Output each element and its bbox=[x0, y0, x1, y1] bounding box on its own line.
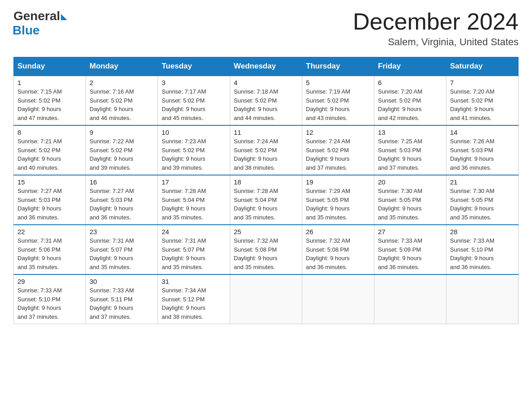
day-info: Sunrise: 7:24 AM Sunset: 5:02 PM Dayligh… bbox=[306, 137, 370, 172]
day-info: Sunrise: 7:28 AM Sunset: 5:04 PM Dayligh… bbox=[234, 187, 298, 222]
day-number: 8 bbox=[17, 128, 82, 136]
calendar-cell: 11 Sunrise: 7:24 AM Sunset: 5:02 PM Dayl… bbox=[230, 125, 302, 175]
calendar-cell: 3 Sunrise: 7:17 AM Sunset: 5:02 PM Dayli… bbox=[158, 76, 230, 125]
day-info: Sunrise: 7:21 AM Sunset: 5:02 PM Dayligh… bbox=[17, 137, 82, 172]
calendar-cell: 19 Sunrise: 7:29 AM Sunset: 5:05 PM Dayl… bbox=[302, 175, 374, 225]
day-number: 28 bbox=[450, 228, 515, 235]
calendar-cell: 2 Sunrise: 7:16 AM Sunset: 5:02 PM Dayli… bbox=[86, 76, 158, 125]
calendar-cell: 31 Sunrise: 7:34 AM Sunset: 5:12 PM Dayl… bbox=[158, 274, 230, 324]
day-number: 25 bbox=[234, 228, 298, 235]
day-number: 10 bbox=[162, 128, 226, 136]
day-number: 3 bbox=[162, 79, 226, 86]
logo-top: General bbox=[13, 9, 67, 23]
day-info: Sunrise: 7:24 AM Sunset: 5:02 PM Dayligh… bbox=[234, 137, 298, 172]
logo-blue-text: Blue bbox=[13, 23, 40, 38]
day-info: Sunrise: 7:31 AM Sunset: 5:06 PM Dayligh… bbox=[17, 236, 82, 271]
day-info: Sunrise: 7:20 AM Sunset: 5:02 PM Dayligh… bbox=[378, 87, 442, 122]
header-saturday: Saturday bbox=[446, 57, 519, 76]
calendar-cell: 12 Sunrise: 7:24 AM Sunset: 5:02 PM Dayl… bbox=[302, 125, 374, 175]
day-number: 19 bbox=[306, 178, 370, 186]
calendar-cell: 17 Sunrise: 7:28 AM Sunset: 5:04 PM Dayl… bbox=[158, 175, 230, 225]
day-number: 31 bbox=[162, 278, 226, 285]
day-number: 16 bbox=[90, 178, 154, 186]
day-number: 2 bbox=[90, 79, 154, 86]
header-monday: Monday bbox=[86, 57, 158, 76]
header-friday: Friday bbox=[374, 57, 446, 76]
day-number: 29 bbox=[17, 278, 82, 285]
day-number: 4 bbox=[234, 79, 298, 86]
day-number: 30 bbox=[90, 278, 154, 285]
logo-general-text: General bbox=[13, 9, 60, 23]
day-number: 11 bbox=[234, 128, 298, 136]
calendar-cell: 28 Sunrise: 7:33 AM Sunset: 5:10 PM Dayl… bbox=[446, 225, 519, 274]
day-number: 20 bbox=[378, 178, 442, 186]
day-info: Sunrise: 7:29 AM Sunset: 5:05 PM Dayligh… bbox=[306, 187, 370, 222]
day-number: 15 bbox=[17, 178, 82, 186]
calendar-cell bbox=[302, 274, 374, 324]
calendar-cell: 30 Sunrise: 7:33 AM Sunset: 5:11 PM Dayl… bbox=[86, 274, 158, 324]
calendar-cell: 26 Sunrise: 7:32 AM Sunset: 5:08 PM Dayl… bbox=[302, 225, 374, 274]
header-wednesday: Wednesday bbox=[230, 57, 302, 76]
day-number: 23 bbox=[90, 228, 154, 235]
calendar-cell: 8 Sunrise: 7:21 AM Sunset: 5:02 PM Dayli… bbox=[14, 125, 86, 175]
header-thursday: Thursday bbox=[302, 57, 374, 76]
calendar-cell: 18 Sunrise: 7:28 AM Sunset: 5:04 PM Dayl… bbox=[230, 175, 302, 225]
header-sunday: Sunday bbox=[14, 57, 86, 76]
calendar-cell: 10 Sunrise: 7:23 AM Sunset: 5:02 PM Dayl… bbox=[158, 125, 230, 175]
day-info: Sunrise: 7:33 AM Sunset: 5:09 PM Dayligh… bbox=[378, 236, 442, 271]
day-info: Sunrise: 7:33 AM Sunset: 5:10 PM Dayligh… bbox=[17, 286, 82, 321]
header-tuesday: Tuesday bbox=[158, 57, 230, 76]
calendar-cell: 16 Sunrise: 7:27 AM Sunset: 5:03 PM Dayl… bbox=[86, 175, 158, 225]
day-number: 21 bbox=[450, 178, 515, 186]
calendar-cell: 29 Sunrise: 7:33 AM Sunset: 5:10 PM Dayl… bbox=[14, 274, 86, 324]
calendar-header-row: SundayMondayTuesdayWednesdayThursdayFrid… bbox=[14, 57, 519, 76]
day-info: Sunrise: 7:31 AM Sunset: 5:07 PM Dayligh… bbox=[90, 236, 154, 271]
day-info: Sunrise: 7:31 AM Sunset: 5:07 PM Dayligh… bbox=[162, 236, 226, 271]
day-info: Sunrise: 7:34 AM Sunset: 5:12 PM Dayligh… bbox=[162, 286, 226, 321]
day-number: 22 bbox=[17, 228, 82, 235]
calendar-cell: 23 Sunrise: 7:31 AM Sunset: 5:07 PM Dayl… bbox=[86, 225, 158, 274]
day-number: 9 bbox=[90, 128, 154, 136]
calendar-cell: 7 Sunrise: 7:20 AM Sunset: 5:02 PM Dayli… bbox=[446, 76, 519, 125]
calendar-week-row: 29 Sunrise: 7:33 AM Sunset: 5:10 PM Dayl… bbox=[14, 274, 519, 324]
calendar-cell: 5 Sunrise: 7:19 AM Sunset: 5:02 PM Dayli… bbox=[302, 76, 374, 125]
calendar-cell bbox=[374, 274, 446, 324]
day-number: 1 bbox=[17, 79, 82, 86]
calendar-cell: 6 Sunrise: 7:20 AM Sunset: 5:02 PM Dayli… bbox=[374, 76, 446, 125]
day-number: 7 bbox=[450, 79, 515, 86]
day-info: Sunrise: 7:30 AM Sunset: 5:05 PM Dayligh… bbox=[378, 187, 442, 222]
day-info: Sunrise: 7:33 AM Sunset: 5:10 PM Dayligh… bbox=[450, 236, 515, 271]
day-info: Sunrise: 7:16 AM Sunset: 5:02 PM Dayligh… bbox=[90, 87, 154, 122]
calendar-cell bbox=[230, 274, 302, 324]
day-info: Sunrise: 7:28 AM Sunset: 5:04 PM Dayligh… bbox=[162, 187, 226, 222]
day-info: Sunrise: 7:32 AM Sunset: 5:08 PM Dayligh… bbox=[306, 236, 370, 271]
calendar-cell: 4 Sunrise: 7:18 AM Sunset: 5:02 PM Dayli… bbox=[230, 76, 302, 125]
calendar-cell: 13 Sunrise: 7:25 AM Sunset: 5:03 PM Dayl… bbox=[374, 125, 446, 175]
day-info: Sunrise: 7:22 AM Sunset: 5:02 PM Dayligh… bbox=[90, 137, 154, 172]
month-title: December 2024 bbox=[353, 9, 519, 34]
calendar-cell: 24 Sunrise: 7:31 AM Sunset: 5:07 PM Dayl… bbox=[158, 225, 230, 274]
day-number: 6 bbox=[378, 79, 442, 86]
page-header: General Blue December 2024 Salem, Virgin… bbox=[13, 9, 519, 48]
day-info: Sunrise: 7:18 AM Sunset: 5:02 PM Dayligh… bbox=[234, 87, 298, 122]
day-number: 5 bbox=[306, 79, 370, 86]
calendar-cell: 27 Sunrise: 7:33 AM Sunset: 5:09 PM Dayl… bbox=[374, 225, 446, 274]
calendar-cell: 21 Sunrise: 7:30 AM Sunset: 5:05 PM Dayl… bbox=[446, 175, 519, 225]
day-info: Sunrise: 7:23 AM Sunset: 5:02 PM Dayligh… bbox=[162, 137, 226, 172]
calendar-week-row: 8 Sunrise: 7:21 AM Sunset: 5:02 PM Dayli… bbox=[14, 125, 519, 175]
day-number: 12 bbox=[306, 128, 370, 136]
day-number: 24 bbox=[162, 228, 226, 235]
day-info: Sunrise: 7:30 AM Sunset: 5:05 PM Dayligh… bbox=[450, 187, 515, 222]
logo: General Blue bbox=[13, 9, 67, 38]
day-info: Sunrise: 7:33 AM Sunset: 5:11 PM Dayligh… bbox=[90, 286, 154, 321]
day-number: 26 bbox=[306, 228, 370, 235]
title-block: December 2024 Salem, Virginia, United St… bbox=[353, 9, 519, 48]
day-info: Sunrise: 7:25 AM Sunset: 5:03 PM Dayligh… bbox=[378, 137, 442, 172]
calendar-cell: 22 Sunrise: 7:31 AM Sunset: 5:06 PM Dayl… bbox=[14, 225, 86, 274]
calendar-table: SundayMondayTuesdayWednesdayThursdayFrid… bbox=[13, 57, 519, 324]
calendar-week-row: 22 Sunrise: 7:31 AM Sunset: 5:06 PM Dayl… bbox=[14, 225, 519, 274]
day-info: Sunrise: 7:19 AM Sunset: 5:02 PM Dayligh… bbox=[306, 87, 370, 122]
day-info: Sunrise: 7:26 AM Sunset: 5:03 PM Dayligh… bbox=[450, 137, 515, 172]
day-number: 13 bbox=[378, 128, 442, 136]
day-number: 17 bbox=[162, 178, 226, 186]
